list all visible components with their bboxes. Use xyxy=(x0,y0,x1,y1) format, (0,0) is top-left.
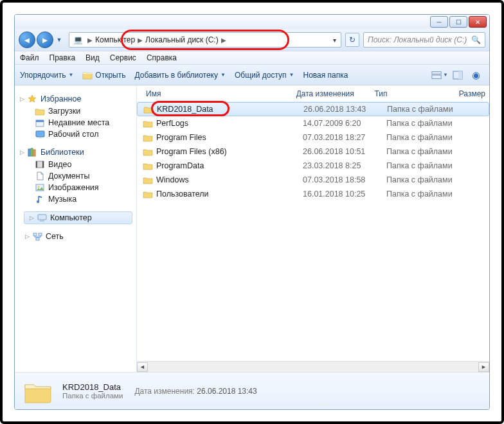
menu-service[interactable]: Сервис xyxy=(110,53,136,62)
sidebar-item-label: Загрузки xyxy=(48,107,80,116)
sidebar-item-computer[interactable]: ▷Компьютер xyxy=(24,211,132,224)
recent-icon xyxy=(34,119,46,127)
scroll-left-button[interactable]: ◄ xyxy=(137,362,148,372)
table-row[interactable]: Program Files (x86)26.06.2018 10:51Папка… xyxy=(137,145,489,159)
folder-icon xyxy=(142,189,154,199)
file-type: Папка с файлами xyxy=(386,175,476,184)
svg-rect-8 xyxy=(28,149,30,156)
svg-point-15 xyxy=(38,186,40,188)
file-date: 07.03.2018 18:27 xyxy=(303,133,386,142)
sidebar-favorites-header[interactable]: ▷Избранное xyxy=(20,93,136,105)
sidebar-item-label: Изображения xyxy=(48,183,99,192)
close-button[interactable]: ✕ xyxy=(469,16,487,28)
star-icon xyxy=(26,94,38,103)
folder-icon xyxy=(142,118,154,128)
svg-rect-7 xyxy=(39,137,42,138)
collapse-icon: ▷ xyxy=(30,215,36,221)
maximize-button[interactable]: ☐ xyxy=(449,16,467,28)
search-placeholder: Поиск: Локальный диск (C:) xyxy=(368,35,467,44)
table-row[interactable]: Пользователи16.01.2018 10:25Папка с файл… xyxy=(137,187,489,201)
document-icon xyxy=(34,172,46,181)
sidebar-item-pictures[interactable]: Изображения xyxy=(20,182,136,193)
address-dropdown[interactable]: ▾ xyxy=(331,37,338,44)
sidebar-item-music[interactable]: Музыка xyxy=(20,193,136,205)
folder-icon xyxy=(143,104,154,114)
refresh-button[interactable]: ↻ xyxy=(345,33,359,47)
table-row[interactable]: ProgramData23.03.2018 8:25Папка с файлам… xyxy=(137,159,489,173)
window-caption-bar: ─ ☐ ✕ xyxy=(15,15,489,29)
sidebar-item-label: Компьютер xyxy=(50,213,92,222)
menu-help[interactable]: Справка xyxy=(147,53,177,62)
help-button[interactable]: ◉ xyxy=(467,68,484,82)
share-button[interactable]: Общий доступ▼ xyxy=(235,71,294,80)
open-folder-icon xyxy=(82,70,93,80)
chevron-down-icon: ▼ xyxy=(289,72,294,78)
file-list-pane: Имя Дата изменения Тип Размер KRD2018_Da… xyxy=(137,85,489,372)
command-bar: Упорядочить▼ Открыть Добавить в библиоте… xyxy=(15,65,489,85)
breadcrumb-drive-c[interactable]: Локальный диск (C:) xyxy=(144,35,220,44)
file-type: Папка с файлами xyxy=(386,133,476,142)
sidebar-item-recent[interactable]: Недавние места xyxy=(20,117,136,128)
organize-label: Упорядочить xyxy=(20,71,66,80)
sidebar-item-network[interactable]: ▷Сеть xyxy=(20,231,136,242)
menu-file[interactable]: Файл xyxy=(20,53,39,62)
col-size[interactable]: Размер xyxy=(455,89,489,98)
view-mode-button[interactable]: ▼ xyxy=(431,68,448,82)
col-name[interactable]: Имя xyxy=(142,89,292,98)
file-type: Папка с файлами xyxy=(386,147,476,156)
collapse-icon: ▷ xyxy=(20,149,26,155)
screenshot-frame: ─ ☐ ✕ ◄ ► ▼ 💻 ▶ Компьютер ▶ Локальный ди… xyxy=(0,0,504,424)
libraries-icon xyxy=(26,148,38,157)
sidebar-item-desktop[interactable]: Рабочий стол xyxy=(20,128,136,140)
file-name: Windows xyxy=(156,175,189,184)
svg-rect-19 xyxy=(33,233,37,236)
address-bar[interactable]: 💻 ▶ Компьютер ▶ Локальный диск (C:) ▶ ▾ xyxy=(69,32,341,48)
back-button[interactable]: ◄ xyxy=(19,31,35,48)
organize-button[interactable]: Упорядочить▼ xyxy=(20,71,73,80)
svg-rect-5 xyxy=(36,120,44,122)
addlib-label: Добавить в библиотеку xyxy=(134,71,218,80)
navigation-bar: ◄ ► ▼ 💻 ▶ Компьютер ▶ Локальный диск (C:… xyxy=(15,29,489,51)
sidebar-item-documents[interactable]: Документы xyxy=(20,170,136,182)
chevron-down-icon: ▼ xyxy=(443,72,448,78)
file-type: Папка с файлами xyxy=(386,161,476,170)
search-icon: 🔍 xyxy=(471,35,481,44)
minimize-button[interactable]: ─ xyxy=(430,16,448,28)
svg-rect-1 xyxy=(432,75,441,78)
sidebar-item-video[interactable]: Видео xyxy=(20,159,136,170)
forward-button[interactable]: ► xyxy=(37,31,53,48)
collapse-icon: ▷ xyxy=(25,233,32,240)
picture-icon xyxy=(34,184,46,191)
sidebar-item-label: Сеть xyxy=(46,232,64,241)
sidebar-item-downloads[interactable]: Загрузки xyxy=(20,105,136,117)
nav-history-dropdown[interactable]: ▼ xyxy=(55,31,64,48)
table-row[interactable]: Windows07.03.2018 18:58Папка с файлами xyxy=(137,173,489,187)
preview-pane-button[interactable] xyxy=(449,68,466,82)
file-name: KRD2018_Data xyxy=(157,105,213,114)
menu-view[interactable]: Вид xyxy=(86,53,100,62)
scroll-right-button[interactable]: ► xyxy=(478,362,489,372)
horizontal-scrollbar[interactable]: ◄ ► xyxy=(137,361,489,372)
details-main: KRD2018_Data Папка с файлами xyxy=(62,382,123,400)
breadcrumb-computer[interactable]: Компьютер xyxy=(94,35,136,44)
table-row[interactable]: Program Files07.03.2018 18:27Папка с фай… xyxy=(137,130,489,145)
col-date[interactable]: Дата изменения xyxy=(292,89,371,98)
network-icon xyxy=(32,233,43,241)
file-date: 23.03.2018 8:25 xyxy=(303,161,386,170)
col-type[interactable]: Тип xyxy=(371,89,455,98)
new-folder-button[interactable]: Новая папка xyxy=(303,71,348,80)
search-box[interactable]: Поиск: Локальный диск (C:) 🔍 xyxy=(363,32,485,48)
details-name: KRD2018_Data xyxy=(62,382,123,392)
file-name: Пользователи xyxy=(156,190,209,199)
svg-rect-12 xyxy=(36,161,37,168)
menu-edit[interactable]: Правка xyxy=(50,53,76,62)
file-date: 14.07.2009 6:20 xyxy=(303,119,386,128)
add-to-library-button[interactable]: Добавить в библиотеку▼ xyxy=(134,71,225,80)
sidebar-libraries-header[interactable]: ▷Библиотеки xyxy=(20,146,136,159)
svg-rect-18 xyxy=(40,220,44,222)
table-row[interactable]: PerfLogs14.07.2009 6:20Папка с файлами xyxy=(137,116,489,130)
open-button[interactable]: Открыть xyxy=(82,70,125,80)
table-row[interactable]: KRD2018_Data26.06.2018 13:43Папка с файл… xyxy=(137,102,489,116)
file-type: Папка с файлами xyxy=(386,119,476,128)
details-date-value: 26.06.2018 13:43 xyxy=(197,387,256,396)
